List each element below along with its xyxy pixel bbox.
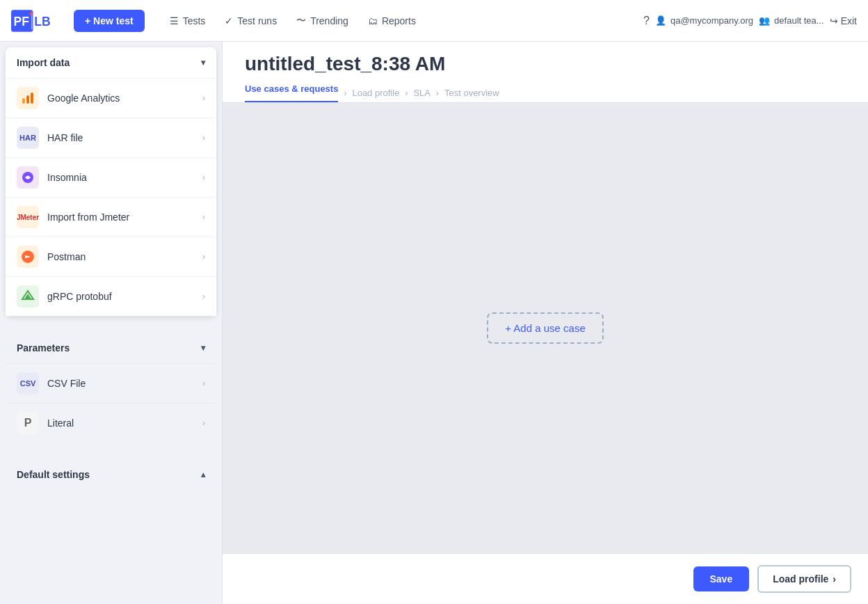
- exit-button[interactable]: ↪ Exit: [830, 15, 857, 26]
- parameters-header[interactable]: Parameters ▾: [6, 333, 216, 363]
- main-content: untitled_test_8:38 AM Use cases & reques…: [223, 42, 868, 604]
- chevron-right-icon: ›: [202, 133, 205, 143]
- trending-icon: 〜: [296, 15, 306, 27]
- top-navigation: PF LB + New test ☰ Tests ✓ Test runs 〜 T…: [0, 0, 868, 42]
- page-title: untitled_test_8:38 AM: [245, 53, 846, 75]
- exit-icon: ↪: [830, 15, 838, 26]
- sidebar-item-insomnia[interactable]: Insomnia ›: [6, 157, 216, 197]
- team-selector[interactable]: 👥 default tea...: [759, 15, 824, 26]
- svg-text:PF: PF: [14, 15, 30, 29]
- breadcrumb-load-profile[interactable]: Load profile: [352, 88, 399, 98]
- csv-icon: CSV: [17, 372, 39, 395]
- har-file-label: HAR file: [47, 132, 83, 143]
- breadcrumb-use-cases[interactable]: Use cases & requests: [245, 84, 338, 102]
- chevron-right-icon: ›: [202, 173, 205, 182]
- chevron-down-icon: ▾: [201, 58, 205, 67]
- import-data-label: Import data: [17, 57, 70, 68]
- default-settings-label: Default settings: [17, 469, 90, 480]
- load-profile-button[interactable]: Load profile ›: [757, 565, 851, 593]
- google-analytics-icon: [17, 87, 39, 109]
- import-data-section: Import data ▾ Google Analytics ›: [6, 47, 216, 316]
- chevron-right-icon: ›: [202, 418, 205, 428]
- parameters-label: Parameters: [17, 342, 70, 353]
- grpc-icon: [17, 285, 39, 308]
- postman-icon: [17, 246, 39, 268]
- insomnia-icon: [17, 166, 39, 189]
- sidebar-item-jmeter[interactable]: JMeter Import from Jmeter ›: [6, 197, 216, 237]
- jmeter-icon: JMeter: [17, 206, 39, 228]
- svg-rect-8: [31, 93, 33, 104]
- svg-text:LB: LB: [34, 15, 50, 29]
- insomnia-label: Insomnia: [47, 172, 87, 183]
- nav-trending[interactable]: 〜 Trending: [288, 9, 357, 33]
- literal-label: Literal: [47, 418, 74, 429]
- chevron-right-icon: ›: [202, 252, 205, 262]
- nav-items: ☰ Tests ✓ Test runs 〜 Trending 🗂 Reports: [161, 9, 643, 33]
- svg-rect-6: [22, 98, 25, 104]
- import-data-header[interactable]: Import data ▾: [6, 47, 216, 78]
- sidebar-item-grpc[interactable]: gRPC protobuf ›: [6, 276, 216, 316]
- sidebar-item-postman[interactable]: Postman ›: [6, 237, 216, 276]
- google-analytics-label: Google Analytics: [47, 93, 120, 104]
- breadcrumb-sla[interactable]: SLA: [413, 88, 431, 98]
- nav-right: ? 👤 qa@mycompany.org 👥 default tea... ↪ …: [643, 15, 857, 27]
- new-test-button[interactable]: + New test: [74, 10, 145, 32]
- default-settings-header[interactable]: Default settings ▴: [6, 459, 216, 490]
- breadcrumb-test-overview[interactable]: Test overview: [444, 88, 499, 98]
- nav-reports[interactable]: 🗂 Reports: [360, 10, 424, 32]
- breadcrumb-sep-1: ›: [344, 88, 346, 98]
- svg-rect-7: [26, 95, 29, 104]
- help-button[interactable]: ?: [643, 15, 650, 27]
- page-header: untitled_test_8:38 AM Use cases & reques…: [223, 42, 868, 103]
- breadcrumb-sep-3: ›: [436, 88, 439, 98]
- sidebar-item-har-file[interactable]: HAR HAR file ›: [6, 118, 216, 157]
- default-settings-section: Default settings ▴: [6, 459, 216, 490]
- sidebar: Import data ▾ Google Analytics ›: [0, 42, 223, 604]
- sidebar-item-literal[interactable]: P Literal ›: [6, 403, 216, 443]
- har-file-icon: HAR: [17, 127, 39, 149]
- parameters-section: Parameters ▾ CSV CSV File › P Literal ›: [6, 333, 216, 443]
- chevron-right-icon: ›: [202, 93, 205, 103]
- logo[interactable]: PF LB: [11, 8, 60, 33]
- user-email[interactable]: 👤 qa@mycompany.org: [655, 15, 753, 26]
- folder-icon: 🗂: [368, 15, 378, 26]
- nav-test-runs[interactable]: ✓ Test runs: [216, 10, 285, 32]
- sidebar-item-google-analytics[interactable]: Google Analytics ›: [6, 78, 216, 118]
- chevron-right-icon: ›: [833, 573, 836, 585]
- content-body: + Add a use case: [223, 103, 868, 553]
- breadcrumbs: Use cases & requests › Load profile › SL…: [245, 84, 846, 102]
- sidebar-item-csv[interactable]: CSV CSV File ›: [6, 363, 216, 403]
- bottom-bar: Save Load profile ›: [223, 553, 868, 604]
- add-use-case-button[interactable]: + Add a use case: [487, 312, 604, 344]
- chevron-up-icon: ▴: [201, 470, 205, 479]
- chevron-down-icon: ▾: [201, 343, 205, 353]
- jmeter-label: Import from Jmeter: [47, 212, 129, 223]
- list-icon: ☰: [170, 15, 179, 26]
- user-icon: 👤: [655, 15, 666, 26]
- main-layout: Import data ▾ Google Analytics ›: [0, 42, 868, 604]
- grpc-label: gRPC protobuf: [47, 291, 112, 302]
- chevron-right-icon: ›: [202, 292, 205, 301]
- help-icon: ?: [643, 15, 650, 27]
- chevron-right-icon: ›: [202, 379, 205, 388]
- checkmark-circle-icon: ✓: [225, 15, 233, 26]
- save-button[interactable]: Save: [693, 566, 750, 591]
- literal-icon: P: [17, 412, 39, 434]
- csv-label: CSV File: [47, 378, 86, 389]
- team-icon: 👥: [759, 15, 770, 26]
- postman-label: Postman: [47, 251, 86, 262]
- breadcrumb-sep-2: ›: [405, 88, 408, 98]
- nav-tests[interactable]: ☰ Tests: [161, 10, 214, 32]
- chevron-right-icon: ›: [202, 212, 205, 222]
